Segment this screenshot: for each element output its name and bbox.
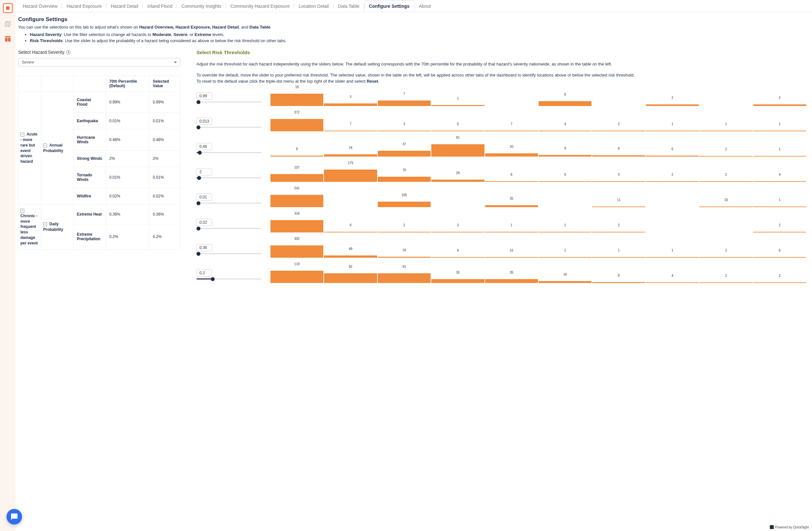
slider-value-box[interactable]: 2 — [197, 168, 212, 175]
page-title: Configure Settings — [18, 16, 806, 23]
hazard-name: Strong Winds — [74, 150, 106, 167]
bar: 11 — [592, 190, 645, 207]
dashboard-icon[interactable] — [4, 35, 12, 43]
collapse-toggle[interactable] — [43, 144, 47, 147]
threshold-row: 0.012411053511101 — [197, 190, 806, 207]
bar: 1 — [646, 241, 699, 258]
slider-track[interactable] — [197, 177, 261, 178]
tab-hazard-overview[interactable]: Hazard Overview — [18, 0, 62, 12]
slider-thumb[interactable] — [197, 126, 200, 129]
bar: 2 — [699, 165, 752, 182]
hazard-name: Hurricane Winds — [74, 129, 106, 150]
slider-value-box[interactable]: 0.01 — [197, 193, 212, 201]
collapse-toggle[interactable] — [20, 209, 24, 213]
bar: 302 — [271, 241, 323, 258]
left-sidebar — [0, 0, 16, 531]
thresholds-p3-prefix: To reset to the default value click the … — [197, 79, 367, 84]
bar: 1 — [646, 115, 699, 131]
slider-track[interactable] — [197, 102, 261, 102]
histogram: 11892913535168422 — [267, 266, 806, 283]
slider-value-box[interactable]: 0.2 — [197, 269, 212, 277]
hazard-name: Coastal Flood — [74, 92, 106, 113]
slider-value-box[interactable]: 0.99 — [197, 92, 212, 100]
slider-value-box[interactable]: 0.46 — [197, 143, 212, 150]
slider-thumb[interactable] — [211, 277, 215, 281]
bullet1-suffix: levels. — [211, 32, 224, 37]
bar: 372 — [271, 115, 323, 131]
tab-inland-flood[interactable]: Inland Flood — [143, 0, 177, 12]
tab-configure-settings[interactable]: Configure Settings — [364, 0, 415, 12]
slider-value-box[interactable]: 0.02 — [197, 219, 212, 226]
bar: 2 — [646, 89, 699, 106]
powered-by: Powered by QuickSight — [769, 525, 810, 530]
slider-value-box[interactable]: 0.013 — [197, 118, 212, 125]
chevron-down-icon — [174, 62, 177, 63]
selected-value: 0.02% — [149, 188, 180, 205]
hazard-table: 70th Percentile (Default) Selected Value… — [18, 75, 180, 250]
thresholds-p2: To override the default, move the slider… — [197, 72, 806, 85]
intro-bold2: Data Table — [249, 25, 271, 29]
info-icon[interactable]: i — [66, 50, 70, 55]
slider-track[interactable] — [197, 253, 261, 254]
intro-bold: Hazard Overview, Hazard Exposure, Hazard… — [139, 25, 239, 29]
bar: 175 — [324, 165, 377, 182]
tab-community-hazard-exposure[interactable]: Community Hazard Exposure — [226, 0, 294, 12]
slider-track[interactable] — [197, 152, 261, 153]
collapse-toggle[interactable] — [43, 222, 47, 226]
bar: 2 — [699, 140, 752, 157]
threshold-row: 0.36302491881511126 — [197, 241, 806, 258]
collapse-toggle[interactable] — [20, 133, 24, 136]
bar: 9 — [539, 140, 592, 157]
tab-hazard-detail[interactable]: Hazard Detail — [106, 0, 143, 12]
bar: 1 — [753, 190, 806, 207]
bar — [592, 89, 645, 106]
bar — [699, 89, 752, 106]
threshold-row: 0.023168231122 — [197, 216, 806, 233]
p70-value: 0.01% — [106, 113, 149, 129]
svg-rect-0 — [5, 36, 11, 37]
tab-data-table[interactable]: Data Table — [333, 0, 364, 12]
bullet1-or: , or — [187, 32, 194, 37]
thresholds-title: Select Risk Thresholds — [197, 49, 806, 55]
slider-thumb[interactable] — [197, 176, 201, 180]
tab-hazard-exposure[interactable]: Hazard Exposure — [62, 0, 106, 12]
chat-button[interactable] — [6, 509, 22, 525]
header-p70: 70th Percentile (Default) — [106, 76, 149, 92]
bullet1-text: : Use the filter selection to change all… — [62, 32, 153, 37]
bullet2-text: : Use the slider to adjust the probabili… — [62, 38, 286, 43]
app-logo[interactable] — [3, 3, 13, 13]
table-row: Chronic - more frequent less damage per … — [18, 205, 180, 224]
slider-thumb[interactable] — [197, 252, 200, 256]
slider-thumb[interactable] — [197, 201, 200, 205]
tab-community-insights[interactable]: Community Insights — [177, 0, 226, 12]
bar: 107 — [271, 165, 323, 182]
bar — [485, 89, 538, 106]
slider-thumb[interactable] — [198, 151, 202, 154]
severity-label-text: Select Hazard Severity — [18, 49, 64, 55]
bar: 2 — [753, 89, 806, 106]
histogram: 16371622 — [267, 89, 806, 106]
p70-value: 0.99% — [106, 92, 149, 113]
bar: 49 — [324, 241, 377, 258]
severity-dropdown[interactable]: Severe — [18, 58, 180, 67]
map-icon[interactable] — [4, 20, 12, 28]
p70-value: 0.2% — [106, 224, 149, 249]
slider-track[interactable] — [197, 203, 261, 204]
bullet1-sep: , — [171, 32, 174, 37]
slider-track[interactable] — [197, 127, 261, 128]
bar: 6 — [271, 140, 323, 157]
slider-thumb[interactable] — [197, 226, 200, 231]
slider-thumb[interactable] — [197, 100, 200, 104]
bar: 5 — [431, 115, 484, 131]
intro-join: , and — [239, 25, 250, 29]
slider-value-box[interactable]: 0.36 — [197, 244, 212, 251]
bar: 2 — [753, 216, 806, 233]
bar: 7 — [324, 115, 377, 131]
tab-location-detail[interactable]: Location Detail — [294, 0, 333, 12]
slider-track[interactable] — [197, 279, 261, 279]
slider-track[interactable] — [197, 228, 261, 229]
histogram: 3168231122 — [267, 216, 806, 233]
bar: 105 — [378, 190, 431, 207]
bullet2-label: Risk Thresholds — [30, 38, 62, 43]
tab-about[interactable]: About — [415, 0, 435, 12]
